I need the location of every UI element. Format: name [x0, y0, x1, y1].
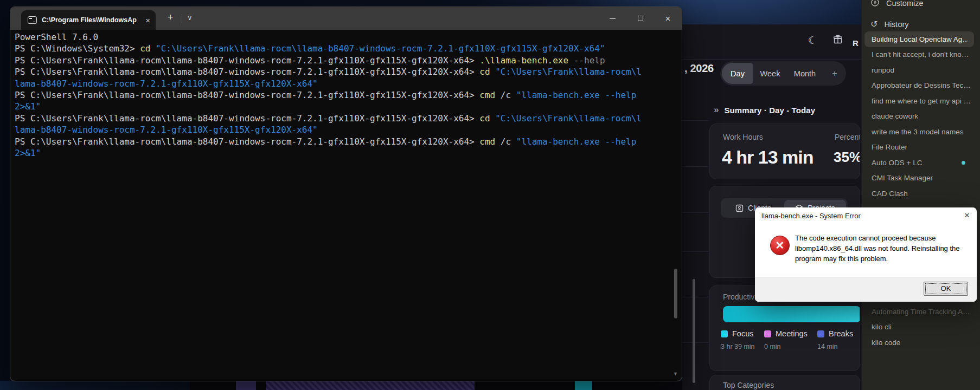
hour-gridline: [682, 120, 708, 121]
app-scrollbar-thumb[interactable]: [693, 279, 695, 383]
history-item-label: CMI Task Manager: [872, 174, 933, 182]
customize-label: Customize: [886, 0, 924, 8]
gift-icon[interactable]: [833, 35, 843, 46]
history-item[interactable]: kilo cli: [862, 320, 980, 335]
history-item[interactable]: CMI Task Manager: [862, 171, 980, 186]
history-label: History: [884, 20, 908, 29]
tab-dropdown-icon[interactable]: ∨: [187, 14, 193, 21]
work-hours-label: Work Hours: [723, 133, 763, 141]
date-label: , 2026: [684, 62, 714, 75]
sidebar-item-customize[interactable]: Customize: [862, 0, 980, 11]
breadcrumb-text: Summary · Day - Today: [724, 106, 815, 115]
history-item-label: I can't hit accept, i don't kno…: [872, 50, 969, 58]
history-item-label: CAD Clash: [872, 190, 908, 198]
dialog-close-icon[interactable]: ×: [964, 211, 970, 220]
timeline-untracked-block: [0, 381, 190, 390]
legend-swatch: [817, 330, 824, 337]
history-item[interactable]: CAD Clash: [862, 186, 980, 202]
legend-name: Focus: [732, 329, 754, 338]
terminal-line: PowerShell 7.6.0: [15, 31, 677, 43]
legend-name: Meetings: [776, 329, 808, 338]
dialog-message: The code execution cannot proceed becaus…: [795, 233, 964, 264]
history-item-label: File Router: [872, 143, 907, 151]
percent-value: 35%: [834, 149, 860, 166]
close-button[interactable]: ×: [655, 7, 681, 30]
history-item-label: write me the 3 model names: [872, 128, 964, 136]
close-icon: ×: [665, 14, 671, 23]
customize-icon: [870, 0, 880, 9]
new-tab-button[interactable]: +: [168, 12, 174, 22]
ok-button[interactable]: OK: [924, 282, 968, 296]
error-icon: ✕: [770, 236, 790, 255]
top-categories-title: Top Categories: [723, 381, 774, 389]
terminal-output: PowerShell 7.6.0PS C:\Windows\System32> …: [15, 31, 677, 159]
terminal-tab[interactable]: C:\Program Files\WindowsAp ×: [21, 10, 156, 30]
terminal-line: PS C:\Users\Frank\llama-rocm\llama-b8407…: [15, 113, 677, 124]
history-item[interactable]: Building Local Openclaw Ag…: [864, 31, 974, 47]
history-item[interactable]: write me the 3 model names: [862, 124, 980, 140]
history-item[interactable]: claude cowork: [862, 109, 980, 125]
hour-gridline: [682, 212, 708, 213]
collapse-chevrons-icon[interactable]: »: [714, 105, 719, 115]
history-item[interactable]: Automating Time Tracking A…: [862, 304, 980, 320]
system-error-dialog: llama-bench.exe - System Error × ✕ The c…: [755, 207, 977, 302]
productivity-bar: [723, 306, 860, 322]
contact-badge-icon: [735, 204, 744, 212]
history-item[interactable]: Approbateur de Dessins Tec…: [862, 78, 980, 94]
app-header: ☾ R: [682, 24, 861, 60]
terminal-tab-title: C:\Program Files\WindowsAp: [42, 16, 142, 24]
terminal-icon: [28, 16, 37, 24]
history-item-label: kilo code: [872, 339, 900, 347]
dark-mode-moon-icon[interactable]: ☾: [808, 35, 817, 46]
view-switcher: DayWeekMonth+: [720, 61, 846, 86]
terminal-window: C:\Program Files\WindowsAp × + ∨ × Power…: [10, 6, 682, 381]
legend-value: 3 hr 39 min: [721, 343, 755, 350]
terminal-body[interactable]: PowerShell 7.6.0PS C:\Windows\System32> …: [10, 30, 682, 381]
history-item[interactable]: File Router: [862, 140, 980, 155]
history-item[interactable]: I can't hit accept, i don't kno…: [862, 47, 980, 63]
terminal-line: PS C:\Users\Frank\llama-rocm\llama-b8407…: [15, 55, 677, 66]
add-view-button[interactable]: +: [825, 69, 844, 79]
header-badge[interactable]: R: [853, 38, 859, 48]
sidebar-item-history[interactable]: ↺ History: [862, 16, 980, 32]
dialog-titlebar[interactable]: llama-bench.exe - System Error ×: [755, 207, 977, 224]
terminal-line: PS C:\Users\Frank\llama-rocm\llama-b8407…: [15, 66, 677, 77]
maximize-button[interactable]: [627, 7, 653, 30]
history-sidebar: Customize ↺ History Building Local Openc…: [861, 0, 980, 390]
tab-close-icon[interactable]: ×: [145, 16, 150, 24]
timeline-block: [575, 381, 592, 390]
timeline-block: [236, 381, 256, 390]
terminal-line: PS C:\Windows\System32> cd "C:\Users\Fra…: [15, 43, 677, 54]
minimize-button[interactable]: [600, 7, 625, 30]
terminal-line: 2>&1": [15, 101, 677, 112]
history-item[interactable]: find me where to get my api …: [862, 93, 980, 109]
view-tab-day[interactable]: Day: [722, 63, 753, 84]
scroll-down-arrow-icon[interactable]: ▼: [673, 371, 678, 376]
terminal-scrollbar-thumb[interactable]: [674, 269, 677, 318]
history-item[interactable]: kilo code: [862, 335, 980, 350]
hour-gridline: [682, 297, 708, 297]
tab-separator: [182, 14, 182, 23]
history-item[interactable]: Auto ODS + LC: [862, 155, 980, 171]
legend-focus: Focus3 hr 39 min: [721, 329, 755, 350]
history-item-label: Approbateur de Dessins Tec…: [872, 81, 971, 89]
work-hours-card: Work Hours 4 hr 13 min Percent 35%: [709, 123, 860, 179]
hour-gridline: [682, 342, 708, 343]
view-tab-week[interactable]: Week: [753, 63, 787, 84]
top-categories-card: Top Categories: [709, 375, 860, 390]
terminal-line: PS C:\Users\Frank\llama-rocm\llama-b8407…: [15, 136, 677, 147]
terminal-line: 2>&1": [15, 147, 677, 159]
history-item[interactable]: runpod: [862, 62, 980, 78]
legend-swatch: [764, 330, 771, 337]
history-item-label: kilo cli: [872, 323, 892, 331]
history-item-label: Automating Time Tracking A…: [872, 308, 970, 316]
history-list-bottom: Automating Time Tracking A…kilo clikilo …: [862, 304, 980, 350]
history-item-label: find me where to get my api …: [872, 97, 971, 105]
dialog-title: llama-bench.exe - System Error: [761, 212, 861, 220]
history-icon: ↺: [870, 20, 877, 29]
legend-value: 14 min: [817, 343, 853, 350]
legend-value: 0 min: [764, 343, 808, 350]
view-tab-month[interactable]: Month: [787, 63, 823, 84]
work-hours-value: 4 hr 13 min: [722, 147, 814, 168]
terminal-titlebar[interactable]: C:\Program Files\WindowsAp × + ∨ ×: [10, 7, 682, 30]
